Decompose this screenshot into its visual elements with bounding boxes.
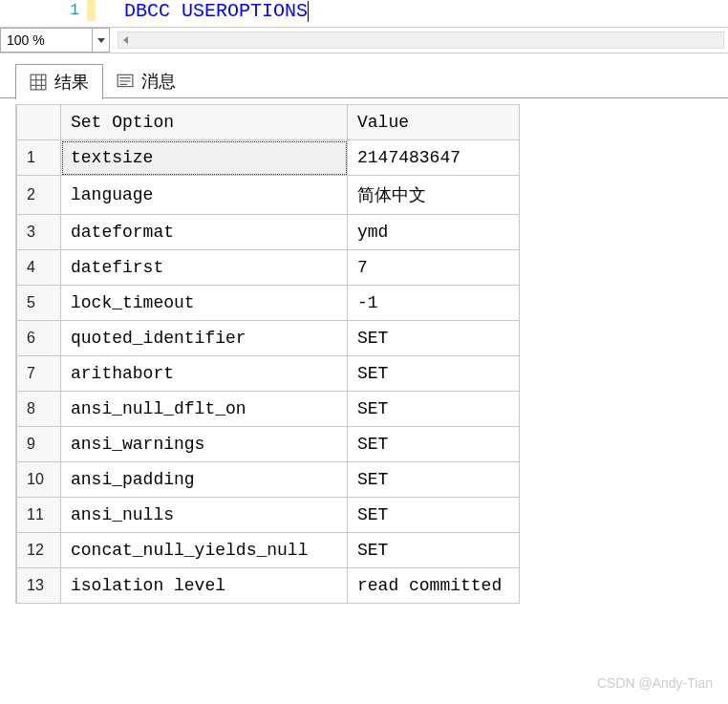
table-row[interactable]: 13isolation levelread committed [17, 568, 520, 604]
cell-value[interactable]: -1 [348, 286, 520, 321]
table-row[interactable]: 5lock_timeout-1 [17, 286, 520, 321]
cell-value[interactable]: SET [348, 392, 520, 427]
results-grid[interactable]: Set Option Value 1textsize21474836472lan… [16, 104, 520, 604]
cell-option[interactable]: lock_timeout [61, 286, 348, 321]
row-number-cell[interactable]: 3 [17, 215, 61, 250]
column-header-value[interactable]: Value [348, 105, 520, 140]
table-row[interactable]: 4datefirst7 [17, 250, 520, 286]
table-row[interactable]: 3dateformatymd [17, 215, 520, 250]
cell-option[interactable]: ansi_nulls [61, 498, 348, 533]
table-row[interactable]: 7arithabortSET [17, 356, 520, 392]
row-number-cell[interactable]: 4 [17, 250, 61, 286]
cell-value[interactable]: SET [348, 321, 520, 356]
table-row[interactable]: 9ansi_warningsSET [17, 427, 520, 462]
row-number-cell[interactable]: 10 [17, 462, 61, 498]
row-number-cell[interactable]: 7 [17, 356, 61, 392]
cell-value[interactable]: SET [348, 462, 520, 498]
modified-marker [87, 0, 96, 21]
tab-messages[interactable]: 消息 [103, 64, 189, 98]
grid-icon [30, 74, 47, 91]
cell-option[interactable]: dateformat [61, 215, 348, 250]
line-gutter: 1 [34, 0, 101, 21]
tab-results-label: 结果 [54, 71, 89, 94]
cell-value[interactable]: 2147483647 [348, 140, 520, 176]
sql-statement: DBCC USEROPTIONS [124, 0, 308, 22]
tab-results[interactable]: 结果 [15, 64, 103, 99]
table-row[interactable]: 6quoted_identifierSET [17, 321, 520, 356]
cell-option[interactable]: concat_null_yields_null [61, 533, 348, 568]
cell-value[interactable]: read committed [348, 568, 520, 604]
cell-option[interactable]: language [61, 176, 348, 215]
cell-value[interactable]: 简体中文 [348, 176, 520, 215]
sql-editor[interactable]: 1 DBCC USEROPTIONS [0, 0, 728, 27]
row-number-cell[interactable]: 8 [17, 392, 61, 427]
row-number-cell[interactable]: 2 [17, 176, 61, 215]
cell-option[interactable]: datefirst [61, 250, 348, 286]
cell-value[interactable]: SET [348, 533, 520, 568]
table-row[interactable]: 1textsize2147483647 [17, 140, 520, 176]
line-number: 1 [34, 2, 87, 19]
svg-rect-0 [31, 75, 46, 90]
watermark: CSDN @Andy-Tian [597, 675, 713, 691]
cell-value[interactable]: SET [348, 356, 520, 392]
text-caret [308, 1, 309, 22]
row-number-cell[interactable]: 1 [17, 140, 61, 176]
column-header-option[interactable]: Set Option [61, 105, 348, 140]
results-tabs: 结果 消息 [0, 53, 728, 98]
row-number-cell[interactable]: 9 [17, 427, 61, 462]
cell-value[interactable]: SET [348, 498, 520, 533]
table-row[interactable]: 8ansi_null_dflt_onSET [17, 392, 520, 427]
editor-code[interactable]: DBCC USEROPTIONS [101, 0, 309, 22]
cell-value[interactable]: ymd [348, 215, 520, 250]
cell-option[interactable]: isolation level [61, 568, 348, 604]
results-panel: Set Option Value 1textsize21474836472lan… [0, 97, 728, 604]
cell-option[interactable]: ansi_warnings [61, 427, 348, 462]
zoom-value: 100 % [1, 32, 92, 48]
row-number-cell[interactable]: 12 [17, 533, 61, 568]
table-row[interactable]: 2language简体中文 [17, 176, 520, 215]
cell-option[interactable]: ansi_null_dflt_on [61, 392, 348, 427]
corner-header[interactable] [17, 105, 61, 140]
table-row[interactable]: 10ansi_paddingSET [17, 462, 520, 498]
scroll-left-icon[interactable] [118, 32, 132, 48]
editor-line[interactable]: 1 DBCC USEROPTIONS [34, 0, 728, 27]
messages-icon [117, 73, 134, 90]
cell-value[interactable]: SET [348, 427, 520, 462]
horizontal-scrollbar[interactable] [118, 32, 724, 49]
chevron-down-icon[interactable] [92, 29, 109, 52]
row-number-cell[interactable]: 5 [17, 286, 61, 321]
row-number-cell[interactable]: 6 [17, 321, 61, 356]
grid-header-row: Set Option Value [17, 105, 520, 140]
cell-option[interactable]: arithabort [61, 356, 348, 392]
row-number-cell[interactable]: 11 [17, 498, 61, 533]
tab-messages-label: 消息 [141, 70, 176, 93]
cell-option[interactable]: ansi_padding [61, 462, 348, 498]
cell-value[interactable]: 7 [348, 250, 520, 286]
cell-option[interactable]: quoted_identifier [61, 321, 348, 356]
table-row[interactable]: 12concat_null_yields_nullSET [17, 533, 520, 568]
cell-option[interactable]: textsize [61, 140, 348, 176]
row-number-cell[interactable]: 13 [17, 568, 61, 604]
zoom-bar: 100 % [0, 27, 728, 53]
table-row[interactable]: 11ansi_nullsSET [17, 498, 520, 533]
zoom-combo[interactable]: 100 % [0, 28, 110, 53]
